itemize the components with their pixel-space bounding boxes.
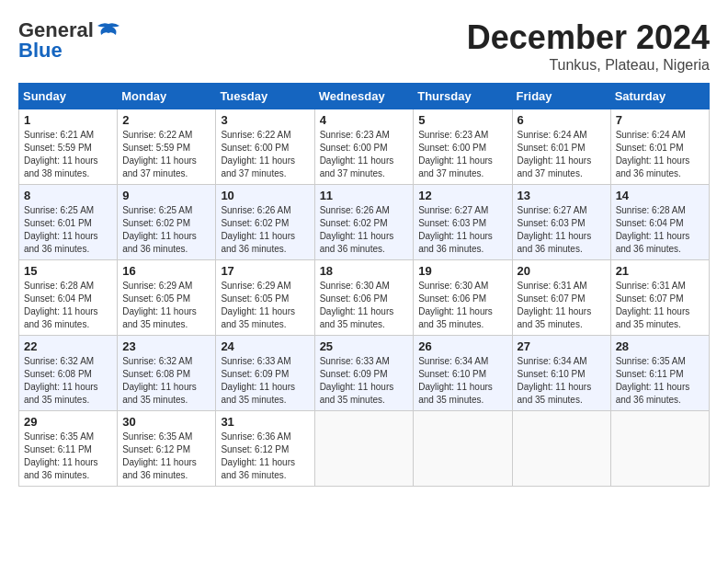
calendar-cell: 31 Sunrise: 6:36 AMSunset: 6:12 PMDaylig… [216,411,314,487]
day-number: 19 [418,264,506,278]
calendar-cell: 30 Sunrise: 6:35 AMSunset: 6:12 PMDaylig… [118,411,216,487]
day-info: Sunrise: 6:28 AMSunset: 6:04 PMDaylight:… [24,281,98,329]
calendar-cell: 9 Sunrise: 6:25 AMSunset: 6:02 PMDayligh… [118,185,216,260]
calendar-header-tuesday: Tuesday [216,84,314,109]
day-number: 5 [418,113,506,127]
calendar-cell: 12 Sunrise: 6:27 AMSunset: 6:03 PMDaylig… [414,185,512,260]
calendar-cell [512,411,610,487]
day-info: Sunrise: 6:34 AMSunset: 6:10 PMDaylight:… [418,356,493,405]
day-number: 2 [122,113,210,127]
day-number: 4 [320,113,409,127]
day-info: Sunrise: 6:35 AMSunset: 6:11 PMDaylight:… [616,356,690,405]
day-info: Sunrise: 6:29 AMSunset: 6:05 PMDaylight:… [122,281,197,329]
calendar-cell: 14 Sunrise: 6:28 AMSunset: 6:04 PMDaylig… [610,185,709,260]
day-number: 14 [616,189,704,202]
calendar-week-row: 22 Sunrise: 6:32 AMSunset: 6:08 PMDaylig… [19,336,710,411]
day-number: 29 [24,415,112,429]
calendar-week-row: 15 Sunrise: 6:28 AMSunset: 6:04 PMDaylig… [19,260,710,336]
calendar-cell: 20 Sunrise: 6:31 AMSunset: 6:07 PMDaylig… [512,260,610,336]
location-subtitle: Tunkus, Plateau, Nigeria [467,57,710,74]
day-info: Sunrise: 6:33 AMSunset: 6:09 PMDaylight:… [221,356,295,405]
calendar-cell: 26 Sunrise: 6:34 AMSunset: 6:10 PMDaylig… [414,336,512,411]
calendar-header-monday: Monday [118,84,216,109]
day-number: 26 [418,339,506,353]
calendar-cell: 24 Sunrise: 6:33 AMSunset: 6:09 PMDaylig… [216,336,314,411]
day-number: 12 [418,189,506,202]
calendar-cell: 3 Sunrise: 6:22 AMSunset: 6:00 PMDayligh… [216,109,314,185]
calendar-cell: 15 Sunrise: 6:28 AMSunset: 6:04 PMDaylig… [19,260,118,336]
day-info: Sunrise: 6:24 AMSunset: 6:01 PMDaylight:… [616,130,690,178]
day-info: Sunrise: 6:30 AMSunset: 6:06 PMDaylight:… [320,281,394,329]
calendar-cell [610,411,709,487]
day-number: 25 [320,339,409,353]
month-title: December 2024 [467,18,710,57]
day-info: Sunrise: 6:28 AMSunset: 6:04 PMDaylight:… [616,205,690,254]
calendar-cell: 22 Sunrise: 6:32 AMSunset: 6:08 PMDaylig… [19,336,118,411]
day-number: 28 [616,339,704,353]
calendar-week-row: 8 Sunrise: 6:25 AMSunset: 6:01 PMDayligh… [19,185,710,260]
day-info: Sunrise: 6:35 AMSunset: 6:12 PMDaylight:… [122,431,197,480]
day-info: Sunrise: 6:31 AMSunset: 6:07 PMDaylight:… [616,281,690,329]
day-number: 3 [221,113,309,127]
day-number: 18 [320,264,409,278]
day-number: 31 [221,415,309,429]
day-number: 6 [518,113,606,127]
calendar-week-row: 29 Sunrise: 6:35 AMSunset: 6:11 PMDaylig… [19,411,710,487]
logo: General Blue [18,18,123,63]
day-info: Sunrise: 6:26 AMSunset: 6:02 PMDaylight:… [320,205,394,254]
calendar-cell: 28 Sunrise: 6:35 AMSunset: 6:11 PMDaylig… [610,336,709,411]
calendar-cell: 11 Sunrise: 6:26 AMSunset: 6:02 PMDaylig… [314,185,414,260]
title-area: December 2024 Tunkus, Plateau, Nigeria [467,18,710,74]
calendar-cell: 7 Sunrise: 6:24 AMSunset: 6:01 PMDayligh… [610,109,709,185]
calendar-header-wednesday: Wednesday [314,84,414,109]
calendar-cell: 25 Sunrise: 6:33 AMSunset: 6:09 PMDaylig… [314,336,414,411]
calendar-cell: 13 Sunrise: 6:27 AMSunset: 6:03 PMDaylig… [512,185,610,260]
calendar-cell: 10 Sunrise: 6:26 AMSunset: 6:02 PMDaylig… [216,185,314,260]
day-number: 17 [221,264,309,278]
day-info: Sunrise: 6:32 AMSunset: 6:08 PMDaylight:… [122,356,197,405]
day-info: Sunrise: 6:32 AMSunset: 6:08 PMDaylight:… [24,356,98,405]
calendar-header-thursday: Thursday [414,84,512,109]
day-info: Sunrise: 6:21 AMSunset: 5:59 PMDaylight:… [24,130,98,178]
calendar-cell: 2 Sunrise: 6:22 AMSunset: 5:59 PMDayligh… [118,109,216,185]
day-info: Sunrise: 6:31 AMSunset: 6:07 PMDaylight:… [518,281,592,329]
day-number: 1 [24,113,112,127]
day-info: Sunrise: 6:27 AMSunset: 6:03 PMDaylight:… [518,205,592,254]
day-number: 15 [24,264,112,278]
day-number: 30 [122,415,210,429]
day-info: Sunrise: 6:35 AMSunset: 6:11 PMDaylight:… [24,431,98,480]
calendar-header-saturday: Saturday [610,84,709,109]
calendar-cell [314,411,414,487]
day-number: 20 [518,264,606,278]
day-number: 24 [221,339,309,353]
day-number: 7 [616,113,704,127]
calendar-cell: 1 Sunrise: 6:21 AMSunset: 5:59 PMDayligh… [19,109,118,185]
calendar-cell: 23 Sunrise: 6:32 AMSunset: 6:08 PMDaylig… [118,336,216,411]
day-number: 13 [518,189,606,202]
day-info: Sunrise: 6:22 AMSunset: 5:59 PMDaylight:… [122,130,197,178]
day-number: 27 [518,339,606,353]
day-info: Sunrise: 6:24 AMSunset: 6:01 PMDaylight:… [518,130,592,178]
day-info: Sunrise: 6:33 AMSunset: 6:09 PMDaylight:… [320,356,394,405]
calendar-cell: 27 Sunrise: 6:34 AMSunset: 6:10 PMDaylig… [512,336,610,411]
calendar-cell: 17 Sunrise: 6:29 AMSunset: 6:05 PMDaylig… [216,260,314,336]
logo-bird-icon [96,22,121,39]
day-number: 10 [221,189,309,202]
calendar-cell: 29 Sunrise: 6:35 AMSunset: 6:11 PMDaylig… [19,411,118,487]
day-number: 23 [122,339,210,353]
calendar-cell: 8 Sunrise: 6:25 AMSunset: 6:01 PMDayligh… [19,185,118,260]
day-info: Sunrise: 6:30 AMSunset: 6:06 PMDaylight:… [418,281,493,329]
day-number: 9 [122,189,210,202]
logo-blue-text: Blue [18,39,63,63]
day-info: Sunrise: 6:27 AMSunset: 6:03 PMDaylight:… [418,205,493,254]
day-info: Sunrise: 6:23 AMSunset: 6:00 PMDaylight:… [418,130,493,178]
calendar-cell: 4 Sunrise: 6:23 AMSunset: 6:00 PMDayligh… [314,109,414,185]
calendar-cell: 21 Sunrise: 6:31 AMSunset: 6:07 PMDaylig… [610,260,709,336]
day-info: Sunrise: 6:34 AMSunset: 6:10 PMDaylight:… [518,356,592,405]
header: General Blue December 2024 Tunkus, Plate… [18,18,710,74]
day-number: 22 [24,339,112,353]
calendar-cell: 6 Sunrise: 6:24 AMSunset: 6:01 PMDayligh… [512,109,610,185]
day-number: 21 [616,264,704,278]
day-info: Sunrise: 6:23 AMSunset: 6:00 PMDaylight:… [320,130,394,178]
calendar-table: SundayMondayTuesdayWednesdayThursdayFrid… [18,83,710,487]
